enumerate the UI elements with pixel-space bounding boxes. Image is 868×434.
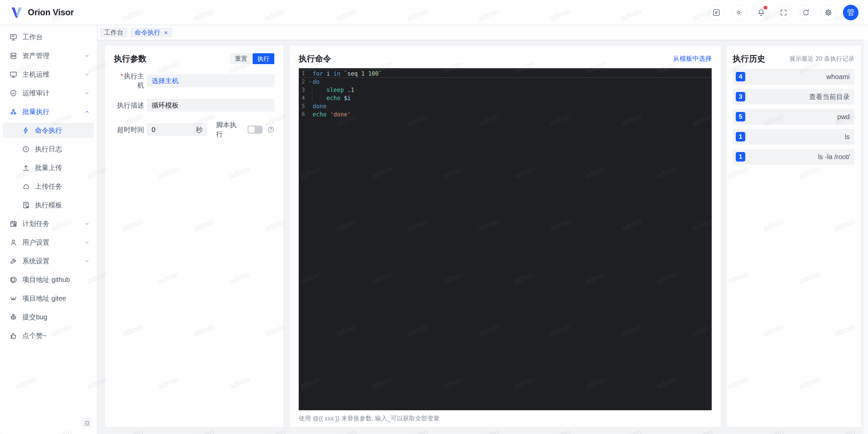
sidebar-collapse-button[interactable]	[82, 418, 92, 428]
history-item[interactable]: 3查看当前目录	[733, 89, 854, 105]
code-line: 5done	[299, 102, 712, 110]
notifications-button[interactable]	[753, 5, 769, 20]
code-text: echo 'done'	[313, 110, 351, 118]
history-item[interactable]: 1ls -la /root/	[733, 149, 854, 165]
select-host-link[interactable]: 选择主机	[152, 76, 179, 86]
wrench-icon	[9, 257, 17, 265]
code-window-icon	[712, 8, 721, 17]
host-field-label: *执行主机	[114, 72, 144, 90]
logo-icon	[9, 5, 24, 20]
fullscreen-button[interactable]	[776, 5, 791, 20]
chevron-down-icon	[84, 221, 90, 227]
sidebar-item-ops-audit[interactable]: 运维审计	[3, 86, 94, 100]
bug-icon	[9, 313, 17, 321]
sidebar-item-upload-task[interactable]: 上传任务	[3, 179, 94, 194]
tab-command-execution[interactable]: 命令执行	[131, 27, 173, 38]
github-icon	[9, 276, 17, 284]
fold-gutter	[308, 110, 313, 118]
app-logo[interactable]: Orion Visor	[9, 5, 74, 20]
line-number: 1	[299, 70, 308, 78]
script-exec-toggle[interactable]	[248, 126, 262, 134]
description-input[interactable]: 循环模板	[147, 99, 274, 112]
page-scrollbar[interactable]	[863, 40, 868, 434]
select-from-template-link[interactable]: 从模板中选择	[673, 54, 712, 63]
timeout-input[interactable]: 0 秒	[147, 123, 207, 136]
sidebar-item-label: 执行模板	[35, 201, 62, 210]
sidebar-item-scheduled-task[interactable]: 计划任务	[3, 216, 94, 231]
history-panel-header: 执行历史 展示最近 20 条执行记录	[733, 53, 854, 64]
batch-icon	[9, 108, 17, 116]
form-row-timeout: 超时时间 0 秒 脚本执行	[114, 120, 274, 139]
fold-chevron-icon[interactable]	[308, 78, 313, 86]
editor-hint: 使用 @{{ xxx }} 来替换参数, 输入_可以获取全部变量	[299, 414, 712, 422]
tab-label: 工作台	[104, 28, 123, 37]
history-command: ls	[845, 133, 850, 141]
toggle-knob	[249, 127, 255, 133]
history-count-badge: 4	[736, 72, 745, 81]
sidebar-item-batch-upload[interactable]: 批量上传	[3, 160, 94, 175]
history-item[interactable]: 1ls	[733, 129, 854, 145]
reset-button[interactable]: 重置	[230, 53, 252, 64]
refresh-button[interactable]	[798, 5, 814, 20]
sidebar-item-label: 工作台	[22, 33, 43, 42]
gear-icon	[824, 8, 832, 17]
help-icon[interactable]	[267, 126, 274, 133]
timeout-field-label: 超时时间	[114, 125, 144, 134]
history-panel-subtitle: 展示最近 20 条执行记录	[789, 55, 854, 63]
sidebar-item-like[interactable]: 点个赞~	[3, 328, 94, 343]
sidebar-item-command-execution[interactable]: 命令执行	[3, 123, 94, 138]
history-command: ls -la /root/	[818, 153, 850, 161]
sidebar-item-label: 批量上传	[35, 163, 62, 172]
code-line: 3 sleep .1	[299, 86, 712, 94]
sidebar-item-asset-management[interactable]: 资产管理	[3, 48, 94, 63]
sidebar-item-label: 点个赞~	[22, 331, 47, 340]
history-count-badge: 1	[736, 152, 745, 162]
sidebar-item-gitee[interactable]: 项目地址 gitee	[3, 291, 94, 306]
sidebar-item-submit-bug[interactable]: 提交bug	[3, 309, 94, 324]
tab-workbench[interactable]: 工作台	[100, 27, 127, 38]
history-item[interactable]: 5pwd	[733, 109, 854, 125]
sidebar-item-host-ops[interactable]: 主机运维	[3, 67, 94, 82]
params-actions: 重置 执行	[230, 53, 274, 64]
code-line: 6echo 'done'	[299, 110, 712, 118]
description-field-label: 执行描述	[114, 101, 144, 110]
description-value: 循环模板	[152, 101, 179, 110]
sidebar-item-system-settings[interactable]: 系统设置	[3, 253, 94, 268]
code-text: for i in `seq 1 100`	[313, 70, 382, 78]
code-editor[interactable]: 1for i in `seq 1 100`2do3 sleep .14 echo…	[299, 68, 712, 410]
run-button[interactable]: 执行	[253, 53, 274, 64]
params-panel-header: 执行参数 重置 执行	[114, 53, 274, 64]
theme-toggle-button[interactable]	[731, 5, 747, 20]
code-runner-button[interactable]	[709, 5, 724, 20]
workbench-icon	[9, 33, 17, 41]
sidebar-item-label: 批量执行	[22, 107, 50, 116]
history-list: 4whoami3查看当前目录5pwd1ls1ls -la /root/	[733, 69, 854, 165]
sidebar-item-label: 上传任务	[35, 182, 62, 191]
line-number: 6	[299, 110, 308, 118]
settings-button[interactable]	[821, 5, 836, 20]
upload-icon	[22, 164, 30, 172]
sidebar-item-label: 项目地址 gitee	[22, 294, 66, 303]
sidebar-item-execution-log[interactable]: 执行日志	[3, 141, 94, 156]
code-text: echo $i	[313, 94, 351, 102]
schedule-icon	[9, 220, 17, 228]
sidebar-item-label: 执行日志	[35, 145, 62, 154]
sidebar-item-batch-execution[interactable]: 批量执行	[3, 104, 94, 119]
main-content: 执行参数 重置 执行 *执行主机 选择主机 执行描述 循环模板 超时时间	[98, 40, 868, 434]
sidebar-item-user-settings[interactable]: 用户设置	[3, 235, 94, 250]
user-avatar[interactable]: 管	[843, 5, 859, 20]
history-item[interactable]: 4whoami	[733, 69, 854, 84]
host-select-field[interactable]: 选择主机	[147, 74, 274, 87]
sidebar-item-execution-template[interactable]: 执行模板	[3, 197, 94, 212]
audit-icon	[9, 89, 17, 97]
sidebar-item-label: 主机运维	[22, 70, 50, 79]
command-panel-header: 执行命令 从模板中选择	[299, 53, 712, 64]
sidebar-item-workbench[interactable]: 工作台	[3, 30, 94, 44]
header-actions: 管	[709, 5, 859, 20]
tab-label: 命令执行	[135, 28, 160, 37]
tab-close-icon[interactable]	[163, 30, 169, 35]
chevron-down-icon	[84, 240, 90, 245]
sidebar-item-github[interactable]: 项目地址 github	[3, 272, 94, 287]
script-exec-label: 脚本执行	[216, 120, 242, 139]
history-count-badge: 1	[736, 132, 745, 141]
